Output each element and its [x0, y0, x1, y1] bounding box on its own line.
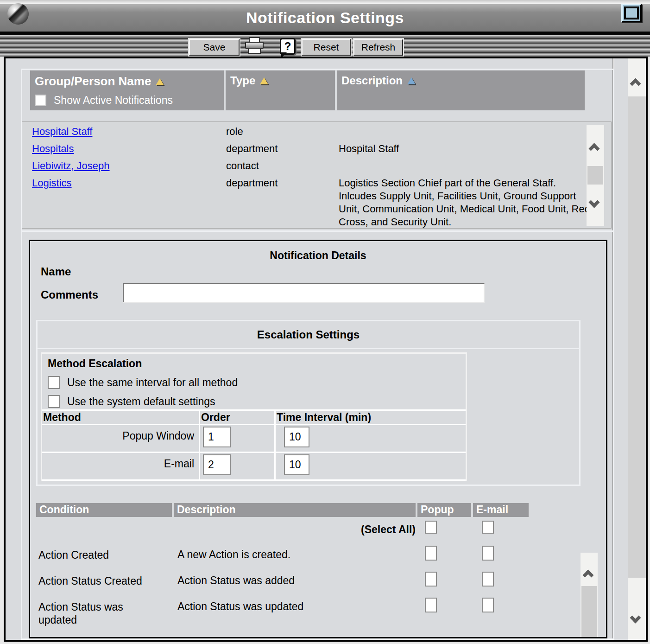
order-input[interactable] — [203, 454, 231, 475]
order-column-header: Order — [200, 411, 274, 424]
interval-column-header: Time Interval (min) — [276, 411, 466, 424]
titlebar-divider — [0, 32, 650, 35]
condition-name: Action Status was updated — [38, 600, 154, 626]
group-link[interactable]: Hospitals — [32, 143, 74, 154]
table-row: Action Created A new Action is created. — [36, 543, 598, 569]
column-header-description[interactable]: Description — [337, 70, 585, 110]
row-type: role — [226, 125, 339, 138]
row-email-checkbox[interactable] — [482, 546, 494, 561]
notification-details-panel: Notification Details Name Comments Escal… — [29, 240, 607, 638]
select-all-email-checkbox[interactable] — [482, 521, 494, 534]
row-popup-checkbox[interactable] — [425, 598, 437, 612]
window-top-edge — [0, 0, 650, 4]
condition-table-header: Condition Description Popup E-mail — [36, 503, 581, 517]
maximize-button[interactable] — [621, 4, 642, 22]
show-active-notifications-checkbox[interactable] — [35, 95, 46, 106]
sort-asc-yellow-icon — [260, 77, 268, 84]
table-row: Hospitals department Hospital Staff — [22, 142, 611, 159]
printer-paper-out — [248, 48, 261, 54]
row-popup-checkbox[interactable] — [425, 572, 437, 587]
condition-table: Condition Description Popup E-mail (Sele… — [36, 503, 598, 626]
row-description: Logistics Section Chief part of the Gene… — [339, 177, 591, 229]
same-interval-label: Use the same interval for all method — [67, 376, 238, 389]
condition-description: A new Action is created. — [177, 548, 423, 569]
table-row: Liebiwitz, Joseph contact — [22, 159, 611, 177]
system-default-label: Use the system default settings — [67, 395, 215, 408]
group-person-list: Hospital Staff role Hospitals department… — [22, 121, 612, 229]
select-all-row: (Select All) — [36, 520, 598, 543]
description-column-header: Description — [174, 503, 416, 517]
save-button[interactable]: Save — [189, 39, 240, 56]
comments-input[interactable] — [123, 283, 485, 303]
titlebar: Notification Settings — [0, 4, 650, 32]
details-section: Notification Details Name Comments Escal… — [22, 233, 613, 638]
maximize-icon — [624, 6, 639, 19]
column-header-group-person-name[interactable]: Group/Person Name Show Active Notificati… — [30, 70, 224, 110]
method-table: Method Order Time Interval (min) Popup W… — [42, 409, 466, 481]
column-header-type[interactable]: Type — [226, 70, 335, 110]
row-type: department — [226, 177, 339, 190]
group-list-scrollbar[interactable] — [587, 125, 604, 226]
escalation-settings-title: Escalation Settings — [38, 321, 579, 349]
interval-input[interactable] — [284, 427, 309, 447]
row-email-checkbox[interactable] — [482, 572, 494, 587]
same-interval-checkbox[interactable] — [48, 376, 60, 389]
method-escalation-box: Method Escalation Use the same interval … — [41, 352, 467, 481]
method-escalation-label: Method Escalation — [48, 357, 466, 370]
group-table-header: Group/Person Name Show Active Notificati… — [30, 70, 585, 110]
escalation-settings-box: Escalation Settings Method Escalation Us… — [36, 320, 581, 486]
condition-description: Action Status was updated — [177, 600, 423, 626]
print-icon[interactable] — [244, 37, 265, 56]
condition-scrollbar-thumb[interactable] — [581, 586, 597, 637]
group-link[interactable]: Logistics — [32, 177, 72, 189]
scroll-down-icon[interactable] — [630, 612, 641, 623]
method-name: E-mail — [42, 453, 199, 479]
scroll-down-icon[interactable] — [588, 197, 600, 208]
scroll-up-icon[interactable] — [582, 569, 593, 580]
interval-input[interactable] — [284, 454, 309, 475]
row-type: contact — [226, 159, 339, 172]
group-list-scrollbar-thumb[interactable] — [587, 166, 603, 185]
email-column-header: E-mail — [473, 503, 529, 517]
reset-button[interactable]: Reset — [302, 39, 351, 56]
panel-title: Notification Details — [30, 249, 606, 262]
scroll-up-icon[interactable] — [630, 78, 641, 89]
sort-asc-blue-icon — [407, 77, 416, 84]
condition-name: Action Status Created — [38, 574, 154, 595]
group-person-section: Group/Person Name Show Active Notificati… — [22, 70, 613, 232]
popup-column-header: Popup — [417, 503, 471, 517]
window-scrollbar-thumb[interactable] — [628, 96, 646, 578]
method-name: Popup Window — [42, 425, 199, 452]
group-link[interactable]: Liebiwitz, Joseph — [32, 160, 110, 172]
row-email-checkbox[interactable] — [482, 598, 494, 612]
sort-asc-yellow-icon — [156, 78, 164, 85]
help-icon[interactable]: ? — [280, 38, 296, 55]
table-row: Action Status was updated Action Status … — [36, 595, 598, 626]
table-row: Logistics department Logistics Section C… — [22, 177, 611, 229]
scroll-up-icon[interactable] — [588, 143, 600, 154]
window-scrollbar[interactable] — [628, 58, 646, 640]
content-table: Group/Person Name Show Active Notificati… — [21, 69, 614, 640]
refresh-button[interactable]: Refresh — [353, 39, 403, 56]
row-type: department — [226, 142, 339, 155]
toolbar: Save ? Reset Refresh — [0, 35, 650, 57]
condition-column-header: Condition — [36, 503, 172, 517]
app-sphere-icon — [7, 3, 29, 25]
window-title: Notification Settings — [246, 9, 404, 27]
condition-list-scrollbar[interactable] — [581, 553, 598, 637]
select-all-popup-checkbox[interactable] — [425, 521, 437, 534]
select-all-label: (Select All) — [36, 523, 416, 536]
comments-label: Comments — [41, 288, 98, 301]
order-input[interactable] — [203, 427, 231, 447]
group-link[interactable]: Hospital Staff — [32, 126, 92, 137]
show-active-notifications-label: Show Active Notifications — [54, 94, 173, 107]
row-popup-checkbox[interactable] — [425, 546, 437, 561]
condition-name: Action Created — [38, 548, 154, 569]
method-column-header: Method — [42, 411, 199, 424]
table-row: Action Status Created Action Status was … — [36, 569, 598, 595]
main-frame: Group/Person Name Show Active Notificati… — [4, 57, 648, 642]
table-row: Hospital Staff role — [22, 125, 611, 142]
system-default-checkbox[interactable] — [48, 395, 60, 408]
condition-description: Action Status was added — [177, 574, 423, 595]
row-description: Hospital Staff — [339, 142, 591, 155]
